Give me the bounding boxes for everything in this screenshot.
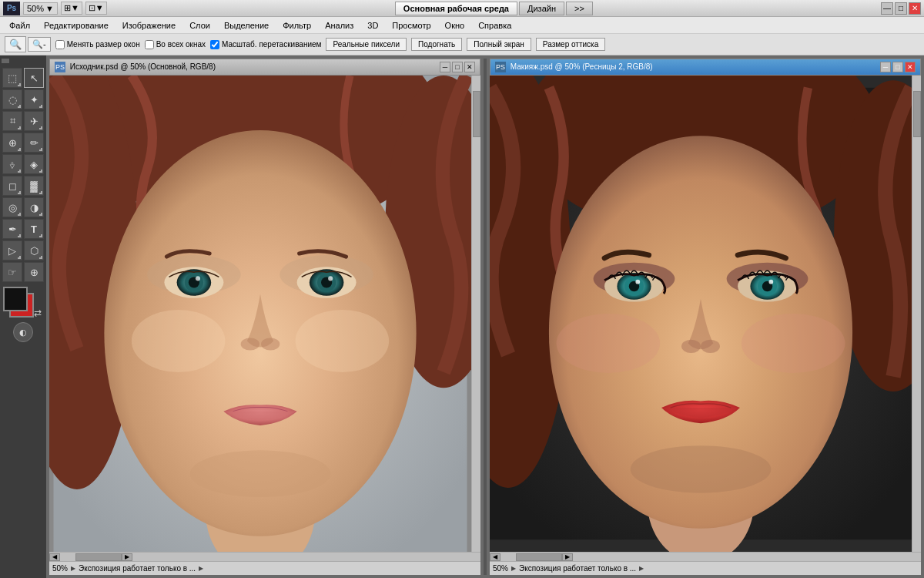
svg-point-37	[635, 280, 640, 284]
title-controls: — □ ✕	[881, 2, 921, 15]
color-swatches[interactable]: ⇄	[3, 287, 43, 318]
doc2-status-text: Экспозиция работает только в ...	[519, 564, 636, 573]
svg-point-14	[196, 276, 200, 281]
doc1-status-bar: 50% ▶ Экспозиция работает только в ... ▶	[49, 561, 480, 575]
dodge-btn[interactable]: ◑	[24, 197, 44, 217]
options-bar: 🔍 🔍- Менять размер окон Во всех окнах Ма…	[0, 34, 924, 55]
menu-edit[interactable]: Редактирование	[38, 19, 115, 32]
shape-tool-btn[interactable]: ⬡	[24, 240, 44, 260]
healing-brush-btn[interactable]: ⊕	[2, 133, 22, 153]
title-bar: Ps 50% ▼ ⊞▼ ⊡▼ Основная рабочая среда Ди…	[0, 0, 924, 17]
title-bar-left: Ps 50% ▼ ⊞▼ ⊡▼	[3, 2, 107, 15]
minimize-button[interactable]: —	[881, 2, 893, 15]
menu-file[interactable]: Файл	[3, 19, 36, 32]
default-colors-icon[interactable]: ⇄	[34, 308, 42, 318]
path-selection-btn[interactable]: ▷	[2, 240, 22, 260]
actual-pixels-btn[interactable]: Реальные пиксели	[326, 38, 407, 51]
blur-btn[interactable]: ◎	[2, 197, 22, 217]
move-tool-btn[interactable]: ↖	[24, 68, 44, 88]
doc1-scroll-left[interactable]: ◀	[49, 553, 60, 561]
scrubby-zoom-label: Масштаб. перетаскиванием	[222, 40, 321, 49]
doc1-h-scroll-thumb[interactable]	[75, 553, 122, 561]
eyedropper-btn[interactable]: ✈	[24, 111, 44, 131]
canvas-area: PS Исходник.psd @ 50% (Основной, RGB/8) …	[46, 55, 924, 578]
quick-mask-btn[interactable]: ◐	[13, 322, 33, 342]
doc1-minimize-btn[interactable]: ─	[440, 62, 450, 72]
menu-bar: Файл Редактирование Изображение Слои Выд…	[0, 17, 924, 34]
all-windows-label: Во всех окнах	[156, 40, 206, 49]
brush-tool-btn[interactable]: ✏	[24, 133, 44, 153]
pen-tool-btn[interactable]: ✒	[2, 219, 22, 239]
menu-layers[interactable]: Слои	[183, 19, 216, 32]
full-screen-btn[interactable]: Полный экран	[467, 38, 531, 51]
doc2-status-arrow-right[interactable]: ▶	[639, 565, 644, 572]
doc1-h-scrollbar[interactable]: ◀ ▶	[49, 552, 480, 561]
doc1-canvas[interactable]	[49, 76, 471, 552]
zoom-in-btn[interactable]: 🔍	[5, 36, 26, 52]
doc1-v-scrollbar[interactable]	[471, 76, 480, 552]
magic-wand-btn[interactable]: ✦	[24, 89, 44, 109]
menu-window[interactable]: Окно	[439, 19, 471, 32]
scrubby-zoom-checkbox[interactable]	[210, 40, 219, 49]
doc2-canvas[interactable]	[490, 76, 912, 552]
doc1-image	[49, 76, 471, 552]
doc1-v-scroll-thumb[interactable]	[473, 91, 480, 137]
tool-row-4: ⊕ ✏	[2, 133, 44, 153]
print-size-btn[interactable]: Размер оттиска	[536, 38, 605, 51]
scrubby-zoom-checkbox-group: Масштаб. перетаскиванием	[210, 40, 321, 49]
menu-select[interactable]: Выделение	[218, 19, 275, 32]
doc1-scroll-right[interactable]: ▶	[122, 553, 132, 561]
workspace-main-button[interactable]: Основная рабочая среда	[395, 2, 517, 15]
menu-analysis[interactable]: Анализ	[319, 19, 360, 32]
menu-view[interactable]: Просмотр	[386, 19, 437, 32]
zoom-dropdown[interactable]: 50% ▼	[23, 2, 58, 15]
doc2-scroll-left[interactable]: ◀	[490, 553, 500, 561]
toolbox-handle[interactable]	[2, 59, 9, 63]
gradient-btn[interactable]: ▓	[24, 176, 44, 196]
doc1-icon: PS	[55, 62, 65, 72]
close-button[interactable]: ✕	[909, 2, 921, 15]
foreground-color-swatch[interactable]	[3, 287, 28, 311]
doc2-status-arrow[interactable]: ▶	[511, 565, 516, 572]
doc2-scroll-right[interactable]: ▶	[562, 553, 573, 561]
stamp-tool-btn[interactable]: ⎀	[2, 154, 22, 174]
type-tool-btn[interactable]: T	[24, 219, 44, 239]
doc2-h-scrollbar[interactable]: ◀ ▶	[490, 552, 921, 561]
lasso-tool-btn[interactable]: ◌	[2, 89, 22, 109]
menu-image[interactable]: Изображение	[116, 19, 182, 32]
resize-windows-checkbox[interactable]	[55, 40, 65, 49]
ps-logo: Ps	[3, 2, 20, 15]
doc1-zoom-display: 50%	[52, 564, 68, 573]
workspace-design-button[interactable]: Дизайн	[519, 2, 564, 15]
doc1-title-bar: PS Исходник.psd @ 50% (Основной, RGB/8) …	[49, 59, 480, 76]
doc2-v-scroll-thumb[interactable]	[913, 91, 921, 137]
menu-filter[interactable]: Фильтр	[276, 19, 317, 32]
crop-tool-btn[interactable]: ⌗	[2, 111, 22, 131]
zoom-tool-btn[interactable]: ⊕	[24, 262, 44, 282]
doc1-restore-btn[interactable]: □	[452, 62, 463, 72]
hand-tool-btn[interactable]: ☞	[2, 262, 22, 282]
doc2-restore-btn[interactable]: □	[892, 62, 903, 72]
svg-point-43	[681, 340, 701, 353]
fit-btn[interactable]: Подогнать	[411, 38, 462, 51]
zoom-out-btn[interactable]: 🔍-	[28, 37, 51, 52]
screen-mode-dropdown[interactable]: ⊡▼	[85, 2, 107, 15]
doc1-status-arrow[interactable]: ▶	[71, 565, 75, 572]
restore-button[interactable]: □	[895, 2, 907, 15]
menu-3d[interactable]: 3D	[361, 19, 384, 32]
doc1-content	[49, 76, 480, 552]
doc1-status-arrow-right[interactable]: ▶	[199, 565, 203, 572]
all-windows-checkbox[interactable]	[145, 40, 154, 49]
eraser-btn[interactable]: ◻	[2, 176, 22, 196]
main-layout: ⬚ ↖ ◌ ✦ ⌗ ✈ ⊕ ✏ ⎀ ◈ ◻ ▓ ◎ ◑ ✒ T	[0, 55, 924, 578]
doc2-close-btn[interactable]: ✕	[905, 62, 916, 72]
workspace-more-button[interactable]: >>	[566, 2, 593, 15]
marquee-tool-btn[interactable]: ⬚	[2, 68, 22, 88]
doc2-minimize-btn[interactable]: ─	[880, 62, 891, 72]
doc2-h-scroll-thumb[interactable]	[516, 553, 562, 561]
doc1-close-btn[interactable]: ✕	[464, 62, 475, 72]
doc2-v-scrollbar[interactable]	[912, 76, 921, 552]
history-brush-btn[interactable]: ◈	[24, 154, 44, 174]
menu-help[interactable]: Справка	[472, 19, 517, 32]
view-dropdown[interactable]: ⊞▼	[61, 2, 82, 15]
